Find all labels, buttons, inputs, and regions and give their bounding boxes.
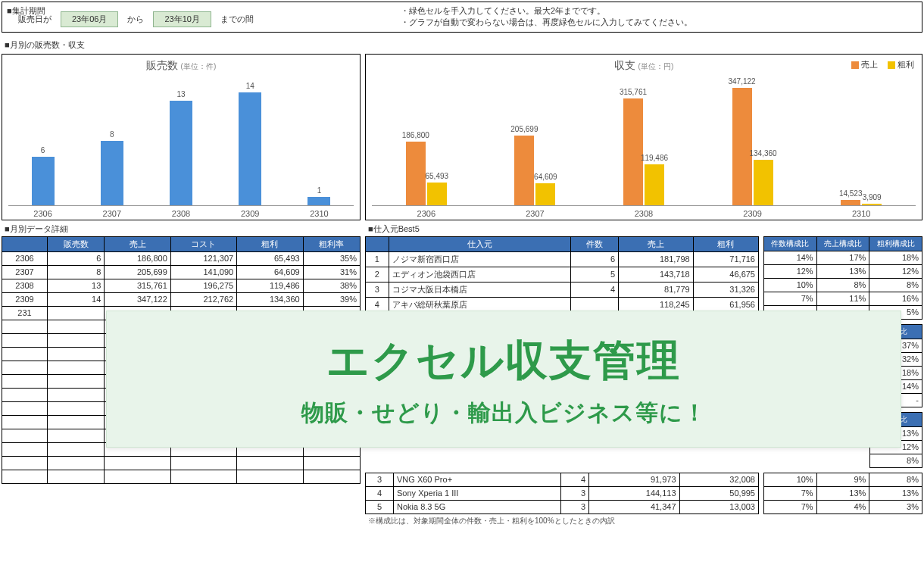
supplier-ratio-table: 件数構成比売上構成比粗利構成比 14%17%18%12%13%12%10%8%8… <box>763 236 922 320</box>
legend-profit: 粗利 <box>897 60 914 69</box>
chart-revenue: 売上 粗利 収支 (単位：円) 186,80065,493205,69964,6… <box>365 54 922 220</box>
legend-swatch-profit <box>888 61 895 69</box>
charts-row: 販売数 (単位：件) 6813141 23062307230823092310 … <box>2 54 922 220</box>
chart2-unit: (単位：円) <box>638 62 674 70</box>
period-to-input[interactable]: 23年10月 <box>153 11 211 27</box>
product-ratio-table: 10%9%8%7%13%13%7%4%3% <box>763 473 922 514</box>
chart1-unit: (単位：件) <box>181 62 217 70</box>
monthly-detail-title: ■月別データ詳細 <box>2 222 361 236</box>
footnote: ※構成比は、対象期間全体の件数・売上・粗利を100%としたときの内訳 <box>365 514 922 528</box>
chart2-legend: 売上 粗利 <box>844 59 914 70</box>
charts-section-title: ■月別の販売数・収支 <box>2 38 922 52</box>
chart-sales-count: 販売数 (単位：件) 6813141 23062307230823092310 <box>2 54 361 220</box>
period-between: から <box>127 14 144 25</box>
period-from-input[interactable]: 23年06月 <box>61 11 118 27</box>
legend-swatch-sales <box>851 61 859 69</box>
chart2-title: 収支 <box>614 59 635 71</box>
product-table: 3VNG X60 Pro+491,97332,0084Sony Xperia 1… <box>365 473 759 514</box>
legend-sales: 売上 <box>861 60 878 69</box>
period-label-from: 販売日が <box>18 14 52 25</box>
overlay-title: エクセル収支管理 <box>122 332 885 390</box>
supplier-table: 仕入元件数売上粗利 1ノジマ新宿西口店6181,79871,7162エディオン池… <box>365 236 759 313</box>
supplier-title: ■仕入元Best5 <box>365 222 922 236</box>
overlay-subtitle: 物販・せどり・輸出入ビジネス等に！ <box>122 398 885 429</box>
period-after: までの間 <box>220 14 254 25</box>
overlay-banner: エクセル収支管理 物販・せどり・輸出入ビジネス等に！ <box>106 311 901 448</box>
chart1-title: 販売数 <box>146 59 178 71</box>
